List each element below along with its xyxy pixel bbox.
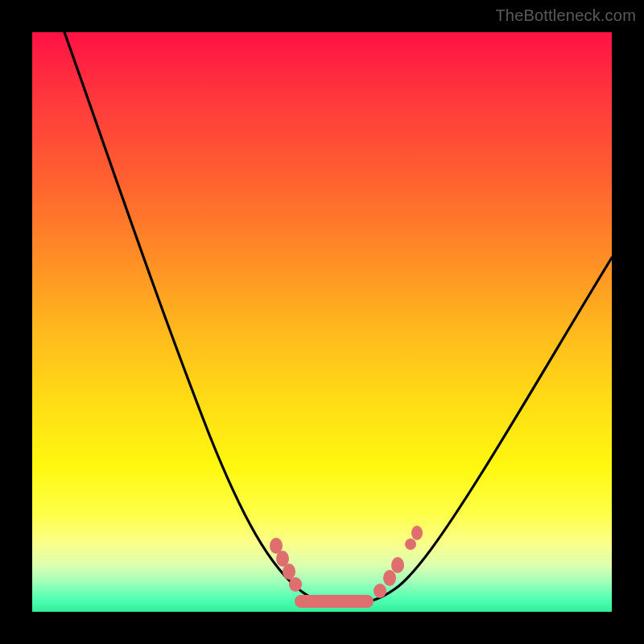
- watermark-text: TheBottleneck.com: [495, 6, 636, 25]
- curve-layer: [32, 32, 612, 612]
- svg-point-5: [383, 570, 396, 586]
- svg-point-8: [411, 526, 423, 540]
- plot-area: [32, 32, 612, 612]
- bottleneck-curve: [64, 32, 612, 604]
- svg-point-6: [391, 557, 404, 573]
- svg-point-2: [283, 564, 295, 580]
- chart-frame: TheBottleneck.com: [0, 0, 644, 644]
- svg-point-4: [374, 584, 386, 598]
- svg-point-3: [289, 577, 302, 592]
- svg-point-7: [405, 539, 416, 550]
